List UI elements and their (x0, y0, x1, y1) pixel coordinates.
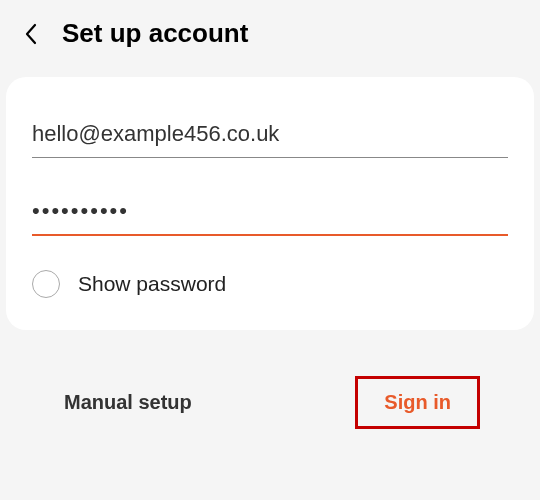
show-password-label: Show password (78, 272, 226, 296)
email-field[interactable] (32, 115, 508, 158)
show-password-row: Show password (32, 270, 508, 298)
back-icon[interactable] (20, 23, 42, 45)
password-field[interactable] (32, 192, 508, 236)
page-title: Set up account (62, 18, 248, 49)
manual-setup-button[interactable]: Manual setup (60, 381, 196, 424)
account-card: Show password (6, 77, 534, 330)
sign-in-button[interactable]: Sign in (355, 376, 480, 429)
email-group (32, 115, 508, 158)
bottom-actions: Manual setup Sign in (0, 330, 540, 429)
password-group (32, 192, 508, 236)
header: Set up account (0, 0, 540, 63)
show-password-checkbox[interactable] (32, 270, 60, 298)
